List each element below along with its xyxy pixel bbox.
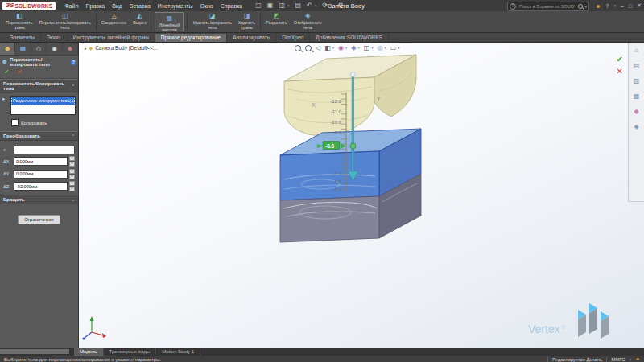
menu-file[interactable]: Файл — [64, 3, 78, 9]
delta-x-stepper[interactable]: ▴▾ — [69, 156, 75, 167]
headsup-view-toolbar: ◁ ◧▾ ◉▾ ◈▾ ◫▾ ◎▾ ▭▾ — [295, 44, 400, 51]
view-orientation-icon[interactable]: ◈ — [351, 44, 356, 51]
step-up-icon[interactable]: ▴ — [69, 181, 75, 186]
design-library-icon[interactable]: ▤ — [634, 62, 640, 69]
appearances-icon[interactable]: ◉ — [338, 44, 344, 51]
tab-features[interactable]: Элементы — [4, 34, 41, 42]
coordinate-system-field[interactable] — [14, 146, 75, 154]
cancel-x-icon[interactable]: ✕ — [17, 68, 23, 76]
bodies-selection-list[interactable]: Разделение инструментов1(1) — [10, 96, 76, 115]
user-account-icon[interactable]: ☻ — [595, 3, 601, 9]
appearances-pane-icon[interactable]: ◆ — [634, 108, 638, 115]
units-caret-icon[interactable]: ▾ — [630, 357, 632, 362]
display-style-caret-icon[interactable]: ▾ — [371, 46, 373, 50]
tab-dimxpert[interactable]: DimXpert — [276, 34, 310, 42]
hide-show-caret-icon[interactable]: ▾ — [384, 46, 386, 50]
delta-z-stepper[interactable]: ▴▾ — [69, 181, 75, 191]
move-face-button[interactable]: ◧ Переместить грань — [2, 11, 36, 32]
display-manager-tab[interactable]: ◉ — [47, 43, 62, 55]
step-down-icon[interactable]: ▾ — [69, 175, 75, 179]
section-view-icon[interactable]: ◧ — [324, 44, 331, 51]
delta-z-field[interactable] — [14, 182, 68, 191]
graphics-viewport[interactable]: ▸ ◆ Camera Body (Default<<... ◁ ◧▾ ◉▾ ◈▾… — [79, 43, 644, 348]
confirm-cancel-icon[interactable]: ✕ — [617, 67, 623, 76]
delta-y-stepper[interactable]: ▴▾ — [69, 169, 75, 179]
3d-views-tab[interactable]: Трехмерные виды — [104, 348, 157, 356]
notification-icon[interactable]: ✦ — [635, 356, 640, 362]
ok-check-icon[interactable]: ✔ — [4, 68, 10, 76]
dimxpert-manager-tab[interactable]: ◇ — [31, 43, 47, 55]
tab-sketch[interactable]: Эскиз — [41, 34, 67, 42]
cut-icon: ◭ — [137, 12, 142, 19]
step-down-icon[interactable]: ▾ — [69, 187, 75, 191]
search-input[interactable] — [518, 3, 576, 10]
linear-pattern-button[interactable]: ▦ Линейный массив ▾ — [155, 12, 184, 31]
show-body-button[interactable]: ◈ Отображение тела — [291, 11, 325, 32]
copy-checkbox[interactable] — [11, 119, 19, 126]
close-button[interactable]: ✕ — [637, 2, 642, 9]
help-caret-icon[interactable]: ▾ — [613, 3, 616, 8]
view-palette-icon[interactable]: ▦ — [634, 93, 640, 100]
configuration-manager-icon: ▦ — [20, 45, 27, 52]
model-tab[interactable]: Модель — [74, 348, 104, 356]
hide-show-items-icon[interactable]: ◎ — [377, 44, 382, 51]
menu-view[interactable]: Вид — [112, 3, 122, 9]
configuration-manager-tab[interactable]: ▦ — [15, 43, 31, 55]
property-manager-tab[interactable]: ◆ — [0, 43, 15, 55]
motion-study-tab[interactable]: Motion Study 1 — [156, 348, 200, 356]
search-caret-icon[interactable]: ▾ — [584, 4, 587, 9]
custom-properties-icon[interactable]: ◈ — [634, 123, 638, 130]
resources-home-icon[interactable]: ⌂ — [634, 47, 638, 54]
unit-system-label[interactable]: ММГС — [611, 357, 625, 362]
tab-mold-tools[interactable]: Инструменты литейной формы — [68, 34, 155, 42]
previous-view-icon[interactable]: ◁ — [316, 44, 320, 51]
section-move-copy-bodies[interactable]: Переместить/Копировать тела ⌃ — [0, 79, 78, 93]
menu-tools[interactable]: Инструменты — [158, 3, 193, 9]
display-style-icon[interactable]: ◫ — [364, 44, 370, 51]
view-settings-caret-icon[interactable]: ▾ — [398, 46, 399, 50]
tab-evaluate[interactable]: Анализировать — [227, 34, 276, 42]
view-settings-icon[interactable]: ▭ — [390, 44, 397, 51]
move-copy-body-button[interactable]: ◫ Переместить/копировать тело — [36, 11, 94, 32]
step-down-icon[interactable]: ▾ — [69, 162, 75, 167]
confirm-ok-icon[interactable]: ✔ — [617, 55, 623, 64]
zoom-fit-icon[interactable] — [295, 45, 301, 51]
combine-button[interactable]: ◬ Соединение — [98, 11, 130, 32]
upper-mold-body[interactable] — [284, 55, 416, 136]
tab-solidworks-addins[interactable]: Добавления SOLIDWORKS — [310, 34, 389, 42]
command-help-icon[interactable]: ? — [71, 60, 76, 65]
delete-keep-body-button[interactable]: ◪ Удалить/сохранить тело — [189, 11, 235, 32]
minimize-button[interactable]: – — [621, 3, 624, 9]
appearances-caret-icon[interactable]: ▾ — [345, 46, 347, 50]
maximize-button[interactable]: □ — [629, 3, 632, 9]
tab-direct-editing[interactable]: Прямое редактирование — [155, 34, 227, 42]
file-explorer-icon[interactable]: ▨ — [634, 77, 640, 84]
help-icon[interactable]: ? — [606, 3, 609, 9]
step-up-icon[interactable]: ▴ — [69, 169, 75, 174]
section-caret-icon[interactable]: ▾ — [332, 46, 334, 50]
drag-handle-sphere[interactable] — [351, 72, 356, 77]
drag-position-sphere[interactable] — [350, 143, 356, 149]
selected-body-item[interactable]: Разделение инструментов1(1) — [11, 97, 75, 105]
delta-y-field[interactable] — [14, 170, 68, 179]
delete-face-button[interactable]: ◨ Удалить грань — [235, 11, 258, 32]
split-button[interactable]: ◩ Разделить — [262, 11, 291, 32]
menu-window[interactable]: Окно — [200, 3, 213, 9]
pane-splitter-grip[interactable] — [0, 349, 69, 354]
section-rotate[interactable]: Вращать ⌄ — [0, 195, 78, 204]
constraints-button[interactable]: Ограничения — [18, 215, 60, 224]
delta-x-field[interactable] — [14, 157, 68, 166]
menu-edit[interactable]: Правка — [85, 3, 105, 9]
zoom-area-icon[interactable] — [305, 45, 312, 51]
pane-options-tab[interactable]: ◈ — [63, 43, 78, 55]
orientation-caret-icon[interactable]: ▾ — [357, 46, 359, 50]
search-icon[interactable] — [578, 4, 583, 9]
cut-button[interactable]: ◭ Вырез — [130, 11, 149, 32]
expand-caret-icon[interactable]: ▸ — [85, 46, 87, 51]
section-transform[interactable]: Преобразовать ⌃ — [0, 131, 78, 141]
breadcrumb[interactable]: ▸ ◆ Camera Body (Default<<... — [85, 45, 157, 51]
viewport-3d-scene[interactable]: -12.0 -11.0 -10.0 -9.0 -7.0 -6.0 -5.0 -8… — [79, 43, 644, 348]
step-up-icon[interactable]: ▴ — [69, 156, 75, 161]
menu-insert[interactable]: Вставка — [130, 3, 151, 9]
search-box[interactable]: ? ▾ — [507, 2, 589, 11]
